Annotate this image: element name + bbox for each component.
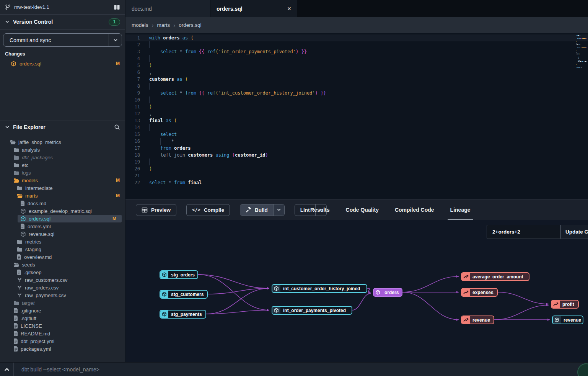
seed-icon — [17, 293, 22, 298]
changed-file-row[interactable]: orders.sql M — [0, 59, 125, 68]
build-options-chevron[interactable] — [273, 204, 284, 216]
line-number: 13 — [125, 117, 140, 124]
file-tree-item-.gitkeep[interactable]: .gitkeep — [0, 268, 125, 276]
code-token: from — [174, 180, 188, 185]
file-tree-item-orders.yml[interactable]: orders.yml — [0, 222, 125, 230]
search-icon[interactable] — [114, 124, 120, 130]
file-tree-item-orders.sql[interactable]: orders.sqlM — [18, 215, 122, 222]
code-token: * — [171, 139, 174, 144]
breadcrumb-item-models[interactable]: models — [132, 22, 148, 28]
version-control-badge: 1 — [109, 18, 120, 26]
code-line-11: 11) — [125, 103, 588, 110]
layout-columns-icon[interactable] — [114, 5, 120, 10]
file-tree-item-logs[interactable]: logs — [0, 169, 125, 177]
dbt-command-input[interactable] — [14, 363, 588, 376]
file-tree-item-label: example_develop_metric.sql — [29, 208, 92, 214]
file-tree-item-etc[interactable]: etc — [0, 161, 125, 169]
lineage-node-average_order_amount[interactable]: average_order_amount — [461, 272, 529, 281]
commit-and-sync-button[interactable]: Commit and sync — [3, 33, 122, 47]
file-tree-item-target[interactable]: target — [0, 299, 125, 307]
file-tree-item-seeds[interactable]: seeds — [0, 261, 125, 268]
chevron-up-icon[interactable] — [0, 363, 14, 376]
line-number: 18 — [125, 152, 140, 159]
file-tree-item-example_develop_metric.sql[interactable]: example_develop_metric.sql — [0, 207, 125, 215]
file-tree-item-label: .sqlfluff — [21, 316, 36, 321]
indent-guide — [149, 124, 150, 131]
editor-minimap[interactable] — [577, 35, 587, 69]
breadcrumb-item-marts[interactable]: marts — [157, 22, 170, 28]
lineage-node-int_customer_order_history_joined[interactable]: int_customer_order_history_joined — [272, 284, 367, 293]
file-tree-item-jaffle_shop_metrics[interactable]: jaffle_shop_metrics — [0, 138, 125, 146]
minimap-line — [577, 57, 587, 57]
lineage-node-stg_payments[interactable]: stg_payments — [160, 310, 206, 319]
lineage-node-int_order_payments_pivoted[interactable]: int_order_payments_pivoted — [272, 306, 352, 315]
file-tree-item-.gitignore[interactable]: .gitignore — [0, 307, 125, 314]
file-tree-item-staging[interactable]: staging — [0, 245, 125, 253]
panel-tab-code-quality[interactable]: Code Quality — [338, 199, 387, 220]
update-graph-button[interactable]: Update Graph — [560, 225, 588, 239]
file-tree-item-intermediate[interactable]: intermediate — [0, 184, 125, 192]
panel-tab-results[interactable]: Results — [302, 199, 338, 220]
model-cube-icon — [11, 61, 16, 67]
file-tree-item-marts[interactable]: martsM — [0, 192, 125, 199]
file-tree-item-metrics[interactable]: metrics — [0, 238, 125, 245]
lineage-node-expenses[interactable]: expenses — [461, 288, 498, 297]
file-tree-item-analysis[interactable]: analysis — [0, 146, 125, 154]
lineage-canvas[interactable]: stg_ordersstg_customersstg_paymentsint_c… — [125, 220, 588, 362]
file-tree-item-LICENSE[interactable]: LICENSE — [0, 322, 125, 330]
preview-button[interactable]: Preview — [136, 204, 176, 216]
minimap-line — [577, 63, 587, 64]
file-tree-item-revenue.sql[interactable]: revenue.sql — [0, 230, 125, 238]
file-tree-item-models[interactable]: modelsM — [0, 177, 125, 184]
code-token: ( — [185, 77, 188, 82]
line-number: 4 — [125, 55, 140, 62]
code-token — [149, 132, 160, 137]
file-tree-item-label: orders.yml — [28, 224, 51, 229]
file-tree-item-raw_orders.csv[interactable]: raw_orders.csv — [0, 284, 125, 291]
file-tree-item-docs.md[interactable]: docs.md — [0, 199, 125, 207]
editor-tab-docs.md[interactable]: docs.md — [125, 0, 210, 17]
panel-tab-lineage[interactable]: Lineage — [442, 199, 479, 220]
file-tree-item-README.md[interactable]: README.md — [0, 330, 125, 337]
model-cube-icon — [160, 271, 168, 278]
code-line-13: 13final as ( — [125, 117, 588, 124]
version-control-header[interactable]: Version Control 1 — [0, 15, 125, 29]
file-tree-item-packages.yml[interactable]: packages.yml — [0, 345, 125, 353]
code-token: orders — [174, 145, 191, 151]
lineage-node-orders[interactable]: orders — [373, 288, 402, 297]
file-tree-item-dbt_project.yml[interactable]: dbt_project.yml — [0, 337, 125, 345]
lineage-node-stg_orders[interactable]: stg_orders — [160, 270, 198, 279]
lineage-node-revenue_metric[interactable]: revenue — [461, 316, 494, 324]
commit-options-chevron[interactable] — [109, 34, 122, 46]
lineage-node-profit[interactable]: profit — [551, 300, 579, 309]
file-tree-item-label: raw_orders.csv — [25, 285, 59, 291]
modified-badge: M — [116, 193, 120, 198]
lineage-node-revenue_model[interactable]: revenue — [552, 316, 583, 324]
code-token: ref — [207, 90, 216, 96]
lineage-selector-input[interactable] — [487, 225, 560, 239]
file-tree-item-.sqlfluff[interactable]: .sqlfluff — [0, 314, 125, 322]
lineage-edge-orders-to-average_order_amount — [402, 276, 459, 292]
file-explorer-header[interactable]: File Explorer — [0, 121, 125, 133]
panel-tab-compiled-code[interactable]: Compiled Code — [387, 199, 442, 220]
version-control-title: Version Control — [13, 19, 105, 25]
build-button[interactable]: Build — [240, 204, 285, 216]
cube-icon — [20, 231, 26, 237]
breadcrumb-item-orders.sql[interactable]: orders.sql — [179, 22, 201, 28]
minimap-line — [577, 61, 587, 62]
file-tree-item-overview.md[interactable]: overview.md — [0, 253, 125, 261]
lineage-node-stg_customers[interactable]: stg_customers — [160, 290, 208, 299]
line-number: 5 — [125, 62, 140, 69]
file-tree-item-dbt_packages[interactable]: dbt_packages — [0, 154, 125, 161]
file-tree-item-raw_payments.csv[interactable]: raw_payments.csv — [0, 291, 125, 299]
modified-badge: M — [116, 178, 120, 183]
grid-icon — [142, 208, 148, 213]
compile-button[interactable]: </> Compile — [186, 204, 230, 216]
code-token: from — [185, 49, 196, 54]
lineage-edge-stg_orders-to-int_order_payments_pivoted — [198, 275, 269, 310]
file-tree-item-raw_customers.csv[interactable]: raw_customers.csv — [0, 276, 125, 284]
close-tab-icon[interactable]: × — [287, 5, 291, 13]
editor-tab-orders.sql[interactable]: orders.sql× — [210, 0, 298, 17]
code-token: from — [160, 145, 174, 151]
code-editor[interactable]: 1with orders as (23 select * from {{ ref… — [125, 33, 588, 199]
